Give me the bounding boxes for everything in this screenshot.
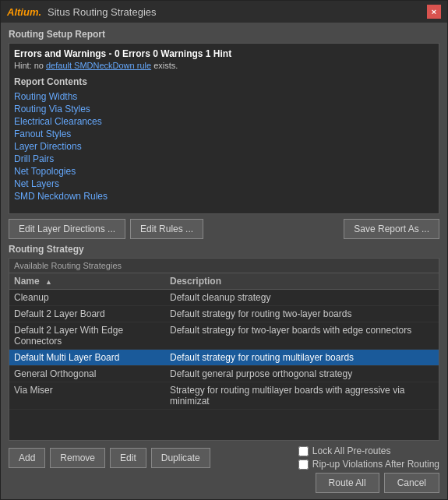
row-description: Default general purpose orthogonal strat…: [170, 368, 434, 379]
add-button[interactable]: Add: [9, 448, 45, 468]
duplicate-button[interactable]: Duplicate: [151, 448, 210, 468]
hint-link[interactable]: default SMDNeckDown rule: [46, 61, 151, 70]
strategy-table[interactable]: Name ▲ Description CleanupDefault cleanu…: [9, 273, 439, 440]
bottom-section: Add Remove Edit Duplicate Lock All Pre-r…: [9, 445, 439, 493]
lock-pre-routes-checkbox[interactable]: [298, 446, 309, 456]
hint-prefix: Hint: no: [14, 61, 46, 70]
save-report-button[interactable]: Save Report As ...: [344, 219, 439, 239]
report-item[interactable]: Net Topologies: [14, 165, 434, 178]
report-panel[interactable]: Errors and Warnings - 0 Errors 0 Warning…: [9, 43, 439, 214]
report-section-title: Routing Setup Report: [9, 29, 439, 40]
errors-warnings-text: Errors and Warnings - 0 Errors 0 Warning…: [14, 48, 434, 59]
report-item[interactable]: Layer Directions: [14, 140, 434, 153]
altium-logo: Altium.: [7, 6, 41, 18]
report-contents-title: Report Contents: [14, 76, 434, 87]
checkboxes: Lock All Pre-routes Rip-up Violations Af…: [298, 445, 439, 470]
report-item[interactable]: Net Layers: [14, 178, 434, 190]
row-description: Default strategy for routing two-layer b…: [170, 308, 434, 319]
table-row[interactable]: Via MiserStrategy for routing multilayer…: [9, 382, 439, 410]
table-row[interactable]: Default 2 Layer With Edge ConnectorsDefa…: [9, 322, 439, 350]
row-description: Default cleanup strategy: [170, 292, 434, 303]
edit-layer-button[interactable]: Edit Layer Directions ...: [9, 219, 125, 239]
cancel-button[interactable]: Cancel: [384, 473, 439, 493]
table-row[interactable]: Default 2 Layer BoardDefault strategy fo…: [9, 306, 439, 322]
main-window: Altium. Situs Routing Strategies × Routi…: [0, 0, 448, 500]
rip-up-label[interactable]: Rip-up Violations After Routing: [298, 459, 439, 470]
sort-icon: ▲: [45, 278, 52, 286]
report-item[interactable]: Routing Via Styles: [14, 103, 434, 115]
hint-suffix: exists.: [151, 61, 178, 70]
row-description: Default strategy for routing multilayer …: [170, 352, 434, 363]
report-item[interactable]: Electrical Clearances: [14, 115, 434, 128]
row-name: Via Miser: [14, 385, 170, 407]
edit-rules-button[interactable]: Edit Rules ...: [130, 219, 203, 239]
report-items-list: Routing WidthsRouting Via StylesElectric…: [14, 90, 434, 202]
action-buttons: Add Remove Edit Duplicate: [9, 448, 210, 468]
remove-button[interactable]: Remove: [50, 448, 105, 468]
route-all-button[interactable]: Route All: [316, 473, 379, 493]
report-item[interactable]: Fanout Styles: [14, 128, 434, 140]
title-bar-left: Altium. Situs Routing Strategies: [7, 6, 157, 18]
table-row[interactable]: Default Multi Layer BoardDefault strateg…: [9, 350, 439, 366]
row-name: Cleanup: [14, 292, 170, 303]
row-description: Default strategy for two-layer boards wi…: [170, 325, 434, 347]
final-action-row: Route All Cancel: [9, 473, 439, 493]
routing-strategy-title: Routing Strategy: [9, 244, 439, 255]
lock-pre-routes-text: Lock All Pre-routes: [312, 445, 391, 456]
row-name: Default 2 Layer With Edge Connectors: [14, 325, 170, 347]
row-name: Default Multi Layer Board: [14, 352, 170, 363]
row-name: Default 2 Layer Board: [14, 308, 170, 319]
col-desc-header: Description: [170, 276, 434, 287]
hint-line: Hint: no default SMDNeckDown rule exists…: [14, 61, 434, 70]
strategy-panel: Available Routing Strategies Name ▲ Desc…: [9, 258, 439, 441]
edit-button[interactable]: Edit: [110, 448, 146, 468]
available-strategies-label: Available Routing Strategies: [9, 259, 439, 273]
table-row[interactable]: General OrthogonalDefault general purpos…: [9, 366, 439, 382]
report-button-row: Edit Layer Directions ... Edit Rules ...…: [9, 219, 439, 239]
bottom-row: Add Remove Edit Duplicate Lock All Pre-r…: [9, 445, 439, 470]
report-item[interactable]: SMD Neckdown Rules: [14, 190, 434, 202]
row-name: General Orthogonal: [14, 368, 170, 379]
col-name-header: Name ▲: [14, 276, 170, 287]
table-header: Name ▲ Description: [9, 273, 439, 290]
report-item[interactable]: Drill Pairs: [14, 153, 434, 165]
row-description: Strategy for routing multilayer boards w…: [170, 385, 434, 407]
table-row[interactable]: CleanupDefault cleanup strategy: [9, 290, 439, 306]
routing-setup-section: Routing Setup Report Errors and Warnings…: [9, 29, 439, 214]
rip-up-checkbox[interactable]: [298, 460, 309, 470]
lock-pre-routes-label[interactable]: Lock All Pre-routes: [298, 445, 391, 456]
rip-up-text: Rip-up Violations After Routing: [312, 459, 439, 470]
report-item[interactable]: Routing Widths: [14, 90, 434, 103]
routing-strategy-section: Routing Strategy Available Routing Strat…: [9, 244, 439, 441]
main-content: Routing Setup Report Errors and Warnings…: [1, 23, 447, 499]
title-bar: Altium. Situs Routing Strategies ×: [1, 1, 447, 23]
window-title: Situs Routing Strategies: [48, 6, 156, 18]
strategy-rows: CleanupDefault cleanup strategyDefault 2…: [9, 290, 439, 410]
close-button[interactable]: ×: [427, 5, 441, 19]
